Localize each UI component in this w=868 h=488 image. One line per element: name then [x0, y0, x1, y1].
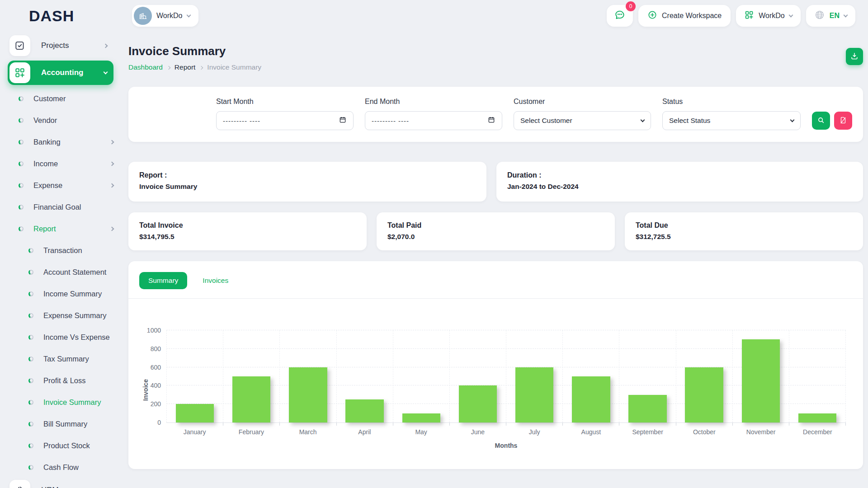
chart-card: Summary Invoices Invoice 020040060080010… — [128, 261, 863, 469]
language-selector[interactable]: EN — [806, 5, 855, 27]
sidebar-item-income[interactable]: Income — [8, 153, 113, 174]
globe-icon — [814, 9, 825, 22]
sidebar-item-financial-goal[interactable]: Financial Goal — [8, 196, 113, 218]
bar-cell-august — [563, 330, 619, 422]
sidebar-item-transaction[interactable]: Transaction — [8, 239, 113, 261]
bar-october — [685, 367, 723, 422]
start-month-value: --------- ---- — [223, 117, 260, 125]
plus-circle-icon — [647, 10, 657, 22]
status-select[interactable]: Select Status — [662, 111, 801, 130]
chevron-down-icon — [844, 13, 848, 18]
bullet-icon — [28, 313, 33, 318]
total-due-value: $312,725.5 — [636, 233, 852, 241]
sidebar-item-income-summary[interactable]: Income Summary — [8, 283, 113, 305]
bullet-icon — [19, 226, 24, 231]
sidebar-item-expense[interactable]: Expense — [8, 174, 113, 196]
sidebar-item-cash-flow[interactable]: Cash Flow — [8, 456, 113, 478]
create-workspace-button[interactable]: Create Workspace — [638, 5, 731, 27]
main-content: Invoice Summary Dashboard Report Invoice… — [120, 32, 868, 488]
calendar-icon[interactable] — [339, 116, 347, 126]
sidebar-item-label: Customer — [33, 94, 66, 103]
sidebar-item-expense-summary[interactable]: Expense Summary — [8, 305, 113, 326]
x-tick-label: April — [336, 428, 393, 436]
bar-january — [176, 404, 214, 422]
sidebar-item-product-stock[interactable]: Product Stock — [8, 435, 113, 456]
total-paid-label: Total Paid — [387, 221, 604, 230]
sidebar-item-vendor[interactable]: Vendor — [8, 109, 113, 131]
language-code: EN — [830, 12, 840, 20]
workspace-selector[interactable]: WorkDo — [132, 5, 198, 27]
sidebar-item-profit-loss[interactable]: Profit & Loss — [8, 370, 113, 391]
sidebar-item-label: Vendor — [33, 116, 57, 125]
bullet-icon — [28, 443, 33, 448]
bullet-icon — [19, 96, 24, 101]
sidebar-item-bill-summary[interactable]: Bill Summary — [8, 413, 113, 435]
workspace-name: WorkDo — [156, 12, 183, 20]
sidebar-item-invoice-summary[interactable]: Invoice Summary — [8, 391, 113, 413]
sidebar-item-income-vs-expense[interactable]: Income Vs Expense — [8, 326, 113, 348]
bullet-icon — [28, 357, 33, 361]
chevron-right-icon — [104, 43, 108, 48]
sidebar-item-projects[interactable]: Projects — [8, 33, 113, 58]
y-tick-label: 0 — [157, 419, 161, 426]
x-axis-title: Months — [166, 442, 846, 449]
stats-row: Total Invoice $314,795.5 Total Paid $2,0… — [128, 212, 863, 250]
page-head: Invoice Summary Dashboard Report Invoice… — [128, 44, 863, 71]
bar-february — [232, 376, 270, 422]
sidebar-item-tax-summary[interactable]: Tax Summary — [8, 348, 113, 370]
reset-filter-button[interactable] — [834, 112, 852, 130]
sidebar-item-label: Expense Summary — [43, 311, 106, 320]
sidebar-item-label: Projects — [41, 41, 69, 50]
breadcrumb-current: Invoice Summary — [207, 63, 261, 71]
app-switcher-button[interactable]: WorkDo — [736, 5, 801, 27]
y-tick-label: 600 — [151, 364, 161, 371]
download-icon — [850, 52, 859, 62]
y-tick-label: 400 — [151, 382, 161, 389]
sidebar-item-label: Income — [33, 160, 58, 168]
sidebar-item-account-statement[interactable]: Account Statement — [8, 261, 113, 283]
start-month-input[interactable]: --------- ---- — [216, 111, 354, 130]
tab-summary[interactable]: Summary — [139, 272, 187, 289]
sidebar-item-report[interactable]: Report — [8, 218, 113, 239]
tab-invoices[interactable]: Invoices — [193, 272, 237, 289]
bar-cell-november — [733, 330, 789, 422]
report-value: Invoice Summary — [139, 183, 476, 191]
bullet-icon — [28, 422, 33, 427]
bar-cell-may — [393, 330, 450, 422]
building-icon — [134, 7, 152, 25]
sidebar-item-hrm[interactable]: HRM — [8, 478, 113, 488]
bar-april — [345, 399, 383, 422]
checkbox-icon — [9, 35, 30, 56]
x-tick-label: October — [676, 428, 732, 436]
customer-selected-value: Select Customer — [520, 117, 572, 125]
sidebar-item-banking[interactable]: Banking — [8, 131, 113, 153]
bullet-icon — [19, 183, 24, 188]
apply-filter-button[interactable] — [812, 112, 830, 130]
bar-cell-december — [789, 330, 846, 422]
chart-plot: 02004006008001000 — [166, 330, 846, 423]
end-month-input[interactable]: --------- ---- — [365, 111, 502, 130]
bar-cell-january — [166, 330, 223, 422]
customer-select[interactable]: Select Customer — [514, 111, 651, 130]
bar-march — [289, 367, 327, 422]
sidebar-item-label: Cash Flow — [43, 463, 79, 472]
x-tick-label: May — [393, 428, 449, 436]
total-invoice-card: Total Invoice $314,795.5 — [128, 212, 367, 250]
sidebar-item-customer[interactable]: Customer — [8, 88, 113, 109]
chevron-right-icon — [110, 226, 114, 231]
chevron-down-icon — [641, 118, 645, 122]
bars-layer — [166, 330, 846, 422]
calendar-icon[interactable] — [487, 116, 495, 126]
x-tick-label: March — [280, 428, 336, 436]
bar-july — [515, 367, 553, 422]
breadcrumb-report[interactable]: Report — [175, 63, 196, 71]
logo[interactable]: DASH — [0, 7, 120, 25]
breadcrumb-dashboard[interactable]: Dashboard — [128, 63, 163, 71]
messages-button[interactable]: 0 — [607, 5, 633, 27]
bullet-icon — [19, 205, 24, 210]
download-button[interactable] — [846, 48, 863, 65]
sidebar-item-accounting[interactable]: Accounting — [8, 61, 113, 85]
tab-divider — [128, 298, 863, 299]
bullet-icon — [28, 400, 33, 405]
file-off-icon — [839, 116, 847, 126]
